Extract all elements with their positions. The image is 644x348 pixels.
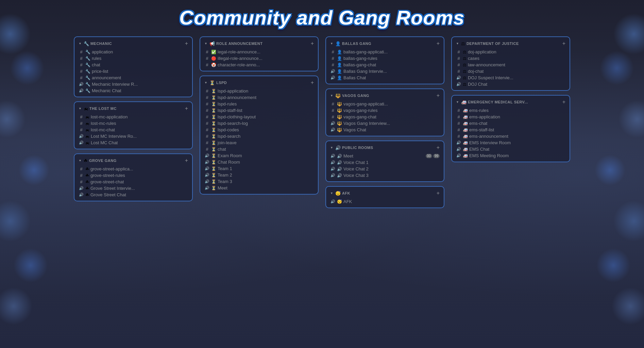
channel-item[interactable]: #🔴illegal-role-announce... [202,55,317,62]
channel-item[interactable]: #⚖doj-application [453,49,568,55]
channel-item[interactable]: #☘grove-street-applica... [76,166,191,172]
channel-item[interactable]: #🔱vagos-gang-applicati... [327,101,442,107]
channel-item[interactable]: 🔊🔱Vagos Gang Interview... [327,120,442,127]
category-name: LSPD [216,81,227,85]
channel-item[interactable]: #⏳lspd-application [202,88,317,94]
channel-item[interactable]: #🔧application [76,49,191,55]
channel-item[interactable]: #⏳lspd-staff-list [202,107,317,114]
channel-item[interactable]: 🔊🏍Lost MC Chat [76,139,191,146]
channel-item[interactable]: 🔊🔊Voice Chat 2 [327,166,442,172]
add-channel-button[interactable]: + [437,40,440,47]
channel-item[interactable]: 🔊🔊Voice Chat 3 [327,172,442,179]
channel-item[interactable]: #⚖doj-chat [453,68,568,74]
channel-item[interactable]: 🔊⏳Team 1 [202,165,317,172]
channel-item[interactable]: #⚖cases [453,55,568,62]
channel-item[interactable]: #✅legal-role-announce... [202,49,317,55]
channel-item[interactable]: #🚑ems-rules [453,107,568,114]
channel-item[interactable]: #🏍lost-mc-chat [76,127,191,133]
channel-item[interactable]: #🚑ems-application [453,114,568,120]
channel-item[interactable]: 🔊🔊Meet0099 [327,153,442,159]
hash-icon: # [204,108,210,113]
add-channel-button[interactable]: + [562,40,565,47]
channel-item[interactable]: 🔊⏳Meet [202,185,317,191]
channel-item[interactable]: 🔊☘Grove Street Intervie... [76,185,191,192]
channel-item[interactable]: 🔊👤Ballas Gang Intervie... [327,68,442,74]
channel-item[interactable]: 🔊🏍Lost MC Interview Ro... [76,133,191,139]
add-channel-button[interactable]: + [185,105,188,112]
channel-name: grove-street-chat [90,179,124,184]
category-header-afk[interactable]: ▼😴AFK+ [327,189,442,198]
channel-item[interactable]: 🔊🚑EMS Chat [453,146,568,152]
channel-item[interactable]: 🔊🔊Voice Chat 1 [327,159,442,166]
add-channel-button[interactable]: + [311,80,314,86]
add-channel-button[interactable]: + [562,99,565,105]
category-header-role-announcement[interactable]: ▼📢ROLE ANNOUNCEMENT+ [202,40,317,49]
category-header-lspd[interactable]: ▼⏳LSPD+ [202,79,317,88]
channel-item[interactable]: 🔊⏳Team 2 [202,172,317,178]
channel-item[interactable]: 🔊☘Grove Street Chat [76,192,191,198]
channel-emoji: 👤 [337,63,342,67]
channel-item[interactable]: #🔧chat [76,62,191,68]
category-header-grove-gang[interactable]: ▼☘GROVE GANG+ [76,157,191,166]
channel-item[interactable]: #🔧announcement [76,74,191,81]
channel-item[interactable]: #⏳lspd-announcement [202,94,317,101]
channel-item[interactable]: #🏍lost-mc-application [76,114,191,120]
channel-item[interactable]: 🔊🔱Vagos Chat [327,127,442,133]
channel-item[interactable]: #☘grove-street-chat [76,179,191,185]
channel-item[interactable]: 🔊😴AFK [327,198,442,205]
add-channel-button[interactable]: + [311,40,314,47]
category-header-ballas-gang[interactable]: ▼👤BALLAS GANG+ [327,40,442,49]
channel-item[interactable]: #🔱vagos-gang-chat [327,114,442,120]
channel-item[interactable]: #👤ballas-gang-chat [327,62,442,68]
channel-item[interactable]: 🔊🚑EMS Interview Room [453,139,568,146]
channel-name: Grove Street Chat [90,192,126,197]
channel-emoji: 🚑 [463,147,468,152]
channel-item[interactable]: 🔊👤Ballas Chat [327,74,442,81]
category-header-ems[interactable]: ▼🚑EMERGENCY MEDICAL SERV...+ [453,98,568,107]
channel-item[interactable]: #⏳lspd-clothing-layout [202,114,317,120]
category-header-department-of-justice[interactable]: ▼⚖DEPARTMENT OF JUSTICE+ [453,40,568,49]
channel-item[interactable]: #🔧rules [76,55,191,62]
category-role-announcement: ▼📢ROLE ANNOUNCEMENT+#✅legal-role-announc… [200,36,319,71]
category-header-vagos-gang[interactable]: ▼🔱VAGOS GANG+ [327,92,442,101]
channel-item[interactable]: #👤ballas-gang-rules [327,55,442,62]
channel-item[interactable]: 🔊🔧Mechanic Chat [76,87,191,94]
category-header-public-rooms[interactable]: ▼🔊PUBLIC ROOMS+ [327,144,442,153]
channel-item[interactable]: 🔊⚖DOJ Chat [453,81,568,87]
channel-item[interactable]: #⏳chat [202,146,317,152]
channel-item[interactable]: #⏳lspd-codes [202,127,317,133]
chevron-down-icon: ▼ [330,192,333,195]
channel-item[interactable]: #⏳lspd-rules [202,101,317,107]
channel-item[interactable]: 🔊🔧Mechanic Interview R... [76,81,191,87]
channel-item[interactable]: #☘grove-street-rules [76,172,191,179]
channel-item[interactable]: #🚑ems-staff-list [453,127,568,133]
channel-item[interactable]: #🔧price-list [76,68,191,74]
channel-name: announcement [92,75,121,80]
channel-item[interactable]: #👤ballas-gang-applicati... [327,49,442,55]
channel-item[interactable]: #🚑ems-chat [453,120,568,127]
category-header-mechanic[interactable]: ▼🔧MECHANIC+ [76,40,191,49]
add-channel-button[interactable]: + [437,145,440,151]
channel-item[interactable]: #⏳lspd-search [202,133,317,139]
channel-item[interactable]: 🔊⚖DOJ Suspect Intervie... [453,74,568,81]
channel-item[interactable]: #⚖law-announcement [453,62,568,68]
channel-item[interactable]: #⏳join-leave [202,139,317,146]
channel-item[interactable]: 🔊🚑EMS Meeting Room [453,152,568,159]
channel-item[interactable]: 🔊⏳Chat Room [202,159,317,165]
channel-item[interactable]: 🔊⏳Team 3 [202,178,317,185]
channel-item[interactable]: #🤡character-role-anno... [202,62,317,68]
hash-icon: # [456,134,461,139]
channel-emoji: ⚖ [463,82,467,87]
add-channel-button[interactable]: + [185,40,188,47]
channel-item[interactable]: #🔱vagos-gang-rules [327,107,442,114]
category-ballas-gang: ▼👤BALLAS GANG+#👤ballas-gang-applicati...… [325,36,444,84]
category-header-the-lost-mc[interactable]: ▼🏍THE LOST MC+ [76,105,191,114]
channel-item[interactable]: 🔊⏳Exam Room [202,152,317,159]
voice-icon: 🔊 [456,140,461,145]
channel-item[interactable]: #🚑ems-announcement [453,133,568,139]
add-channel-button[interactable]: + [185,158,188,164]
add-channel-button[interactable]: + [437,93,440,99]
add-channel-button[interactable]: + [437,190,440,196]
channel-item[interactable]: #🏍lost-mc-rules [76,120,191,127]
channel-item[interactable]: #⏳lspd-search-log [202,120,317,127]
